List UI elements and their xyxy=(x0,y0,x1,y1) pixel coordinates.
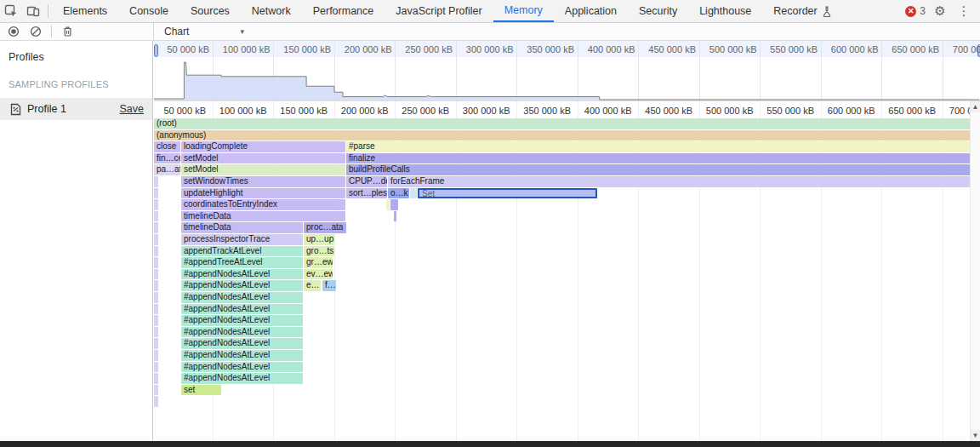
ruler-label: 400 000 kB xyxy=(584,106,632,116)
save-profile-link[interactable]: Save xyxy=(120,103,145,115)
inspect-icon[interactable] xyxy=(0,0,22,22)
flame-block-gr-ew[interactable]: gr…ew xyxy=(304,257,333,268)
flame-block-fin-ce[interactable]: fin…ce xyxy=(154,153,180,164)
overview-label: 550 000 kB xyxy=(770,44,818,54)
flame-block[interactable] xyxy=(154,280,158,291)
flame-block-set[interactable]: Set xyxy=(418,188,597,199)
flame-block[interactable] xyxy=(154,292,158,303)
flame-block-buildprofilecalls[interactable]: buildProfileCalls xyxy=(346,164,970,175)
flame-block[interactable] xyxy=(154,385,158,396)
tab-sources[interactable]: Sources xyxy=(179,0,241,22)
tab-lighthouse[interactable]: Lighthouse xyxy=(688,0,762,22)
flame-block[interactable] xyxy=(154,362,158,373)
flame-block-proc-ata[interactable]: proc…ata xyxy=(304,222,346,233)
profile-doc-icon xyxy=(10,103,21,116)
heap-overview-chart[interactable]: 50 000 kB100 000 kB150 000 kB200 000 kB2… xyxy=(154,41,980,101)
tab-memory[interactable]: Memory xyxy=(493,0,554,22)
flame-block[interactable] xyxy=(154,396,158,407)
flame-block-gro-ts[interactable]: gro…ts xyxy=(304,246,334,257)
flame-block--appendnodesatlevel[interactable]: #appendNodesAtLevel xyxy=(181,292,303,303)
flame-block[interactable] xyxy=(154,222,158,233)
flame-block-o-k[interactable]: o…k xyxy=(388,188,409,199)
flame-block-updatehighlight[interactable]: updateHighlight xyxy=(181,188,345,199)
device-toolbar-icon[interactable] xyxy=(22,0,44,22)
error-badge[interactable]: ✕ 3 xyxy=(905,5,926,17)
flame-block-appendtrackatlevel[interactable]: appendTrackAtLevel xyxy=(181,246,303,257)
flame-block--appendnodesatlevel[interactable]: #appendNodesAtLevel xyxy=(181,315,303,326)
flame-block--appendnodesatlevel[interactable]: #appendNodesAtLevel xyxy=(181,327,303,338)
flame-block--appendnodesatlevel[interactable]: #appendNodesAtLevel xyxy=(181,269,303,280)
flame-block-pa-at[interactable]: pa…at xyxy=(154,164,180,175)
flame-chart[interactable]: 50 000 kB100 000 kB150 000 kB200 000 kB2… xyxy=(154,101,970,441)
flame-block-foreachframe[interactable]: forEachFrame xyxy=(388,176,970,187)
flame-block-setmodel[interactable]: setModel xyxy=(181,164,345,175)
flame-block-finalize[interactable]: finalize xyxy=(346,153,970,164)
settings-gear-icon[interactable]: ⚙ xyxy=(931,3,949,19)
flame-block-setmodel[interactable]: setModel xyxy=(181,153,345,164)
profiles-sidebar: Profiles SAMPLING PROFILES Profile 1 Sav… xyxy=(0,41,153,441)
flame-block--parse[interactable]: #parse xyxy=(346,141,970,152)
clear-icon[interactable] xyxy=(29,25,43,38)
flame-block[interactable] xyxy=(394,211,396,222)
overview-left-handle[interactable] xyxy=(154,44,158,57)
flame-block-sort-ples[interactable]: sort…ples xyxy=(346,188,387,199)
flame-block[interactable] xyxy=(386,199,390,210)
tab-network[interactable]: Network xyxy=(241,0,302,22)
tab-performance[interactable]: Performance xyxy=(302,0,385,22)
flame-block[interactable] xyxy=(154,338,158,349)
flame-block[interactable] xyxy=(154,211,158,222)
view-mode-select[interactable]: Chart ▾ xyxy=(161,26,248,37)
flame-block[interactable] xyxy=(410,188,417,199)
flame-block-f-r[interactable]: f…r xyxy=(322,280,336,291)
flame-block-cpup-del[interactable]: CPUP…del xyxy=(346,176,387,187)
tab-javascript-profiler[interactable]: JavaScript Profiler xyxy=(385,0,493,22)
flame-block--appendtreeatlevel[interactable]: #appendTreeAtLevel xyxy=(181,257,303,268)
flame-block-up-up[interactable]: up…up xyxy=(304,234,334,245)
tab-security[interactable]: Security xyxy=(628,0,688,22)
flame-block[interactable] xyxy=(390,199,398,210)
record-icon[interactable] xyxy=(7,25,20,38)
flame-block[interactable] xyxy=(154,188,158,199)
flame-block[interactable] xyxy=(154,327,158,338)
flame-block--anonymous-[interactable]: (anonymous) xyxy=(154,130,970,141)
tab-console[interactable]: Console xyxy=(118,0,179,22)
flame-block-timelinedata[interactable]: timelineData xyxy=(181,222,303,233)
flame-block-timelinedata[interactable]: timelineData xyxy=(181,211,345,222)
tab-application[interactable]: Application xyxy=(554,0,628,22)
flame-block--appendnodesatlevel[interactable]: #appendNodesAtLevel xyxy=(181,350,303,361)
flame-block-coordinatestoentryindex[interactable]: coordinatesToEntryIndex xyxy=(181,199,345,210)
flame-block[interactable] xyxy=(154,246,158,257)
tab-recorder[interactable]: Recorder xyxy=(762,0,842,22)
window-bottom-edge xyxy=(0,441,980,447)
flame-block[interactable] xyxy=(154,373,158,384)
flame-block-e-[interactable]: e… xyxy=(304,280,321,291)
flame-block-processinspectortrace[interactable]: processInspectorTrace xyxy=(181,234,303,245)
more-menu-icon[interactable]: ⋮ xyxy=(954,3,973,19)
flame-block--appendnodesatlevel[interactable]: #appendNodesAtLevel xyxy=(181,280,303,291)
flame-block-close[interactable]: close xyxy=(154,141,180,152)
flame-block--root-[interactable]: (root) xyxy=(154,118,970,129)
scroll-down-icon[interactable]: ▼ xyxy=(971,430,980,441)
flame-block[interactable] xyxy=(154,199,158,210)
vertical-scrollbar[interactable]: ▲ ▼ xyxy=(970,101,980,441)
flame-block-set[interactable]: set xyxy=(181,385,221,396)
flame-block--appendnodesatlevel[interactable]: #appendNodesAtLevel xyxy=(181,373,303,384)
flame-block[interactable] xyxy=(154,315,158,326)
flame-block[interactable] xyxy=(154,176,158,187)
sidebar-item-profile-1[interactable]: Profile 1 Save xyxy=(0,98,152,120)
flame-block-ev-ew[interactable]: ev…ew xyxy=(304,269,333,280)
flame-block-setwindowtimes[interactable]: setWindowTimes xyxy=(181,176,345,187)
flame-block[interactable] xyxy=(154,234,158,245)
flame-block[interactable] xyxy=(154,304,158,315)
scroll-up-icon[interactable]: ▲ xyxy=(971,101,980,112)
tab-elements[interactable]: Elements xyxy=(52,0,118,22)
flame-block[interactable] xyxy=(154,257,158,268)
profile-name: Profile 1 xyxy=(27,103,120,115)
flame-block--appendnodesatlevel[interactable]: #appendNodesAtLevel xyxy=(181,304,303,315)
flame-block[interactable] xyxy=(154,269,158,280)
flame-block--appendnodesatlevel[interactable]: #appendNodesAtLevel xyxy=(181,362,303,373)
flame-block-loadingcomplete[interactable]: loadingComplete xyxy=(181,141,345,152)
delete-icon[interactable] xyxy=(60,25,74,38)
flame-block--appendnodesatlevel[interactable]: #appendNodesAtLevel xyxy=(181,338,303,349)
flame-block[interactable] xyxy=(154,350,158,361)
